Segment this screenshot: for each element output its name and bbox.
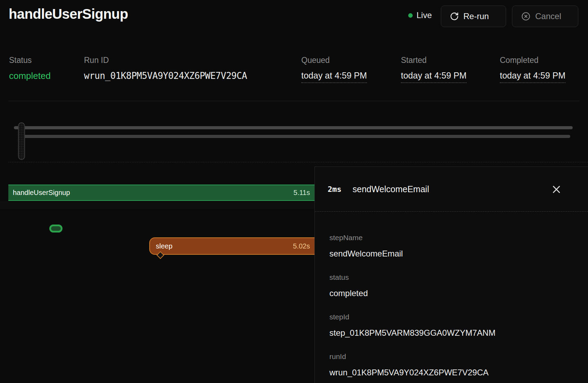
started-label: Started <box>401 56 427 65</box>
gantt-top-border <box>8 162 588 162</box>
field-label: stepId <box>329 312 576 322</box>
field-status: status completed <box>329 272 576 299</box>
started-timestamp: today at 4:59 PM <box>401 71 467 83</box>
refresh-icon <box>450 12 459 21</box>
field-value: step_01K8PM5VARM839GGA0WZYM7ANM <box>329 327 576 339</box>
timeline-scrubber-handle[interactable] <box>18 122 25 160</box>
field-run-id: runId wrun_01K8PM5VA9Y024XZ6PWE7V29CA <box>329 351 576 378</box>
status-badge: completed <box>9 71 51 81</box>
status-label: Status <box>9 56 32 65</box>
panel-close-button[interactable] <box>550 183 563 196</box>
minimap-span-sleep[interactable] <box>20 135 570 138</box>
gantt-step-pill-send-welcome-email[interactable] <box>49 225 62 233</box>
live-indicator: Live <box>408 10 432 20</box>
cancel-button[interactable]: Cancel <box>512 6 578 27</box>
field-label: runId <box>329 351 576 362</box>
cancel-button-label: Cancel <box>535 11 561 21</box>
step-detail-title: sendWelcomeEmail <box>353 184 429 194</box>
field-label: stepName <box>329 233 576 243</box>
rerun-button[interactable]: Re-run <box>441 6 506 27</box>
step-detail-panel: 2ms sendWelcomeEmail stepName sendWelcom… <box>314 166 588 383</box>
minimap-span-workflow[interactable] <box>14 126 573 129</box>
field-value: completed <box>329 287 576 299</box>
step-duration-badge: 2ms <box>328 185 342 194</box>
completed-label: Completed <box>500 56 538 65</box>
queued-timestamp: today at 4:59 PM <box>301 71 367 83</box>
cancel-circle-x-icon <box>521 11 531 21</box>
step-detail-header: 2ms sendWelcomeEmail <box>315 167 588 211</box>
gantt-bar-workflow-duration: 5.11s <box>294 189 310 197</box>
run-id-label: Run ID <box>84 56 109 65</box>
live-label: Live <box>417 10 432 20</box>
gantt-bar-sleep[interactable]: sleep 5.02s <box>149 237 314 255</box>
live-dot-icon <box>408 13 413 18</box>
panel-header-divider <box>315 211 588 212</box>
rerun-button-label: Re-run <box>463 11 489 21</box>
run-id-value: wrun_01K8PM5VA9Y024XZ6PWE7V29CA <box>84 71 247 81</box>
field-value: wrun_01K8PM5VA9Y024XZ6PWE7V29CA <box>329 367 576 378</box>
workflow-run-page: handleUserSignup Live Re-run Cancel Stat… <box>0 0 588 383</box>
close-icon <box>551 184 562 195</box>
gantt-bar-sleep-label: sleep <box>156 242 173 250</box>
step-detail-fields: stepName sendWelcomeEmail status complet… <box>329 233 576 383</box>
gantt-bar-sleep-duration: 5.02s <box>293 242 310 250</box>
header-divider <box>8 101 580 101</box>
queued-label: Queued <box>301 56 330 65</box>
field-label: status <box>329 272 576 283</box>
gantt-bar-workflow[interactable]: handleUserSignup 5.11s <box>8 185 314 201</box>
field-step-id: stepId step_01K8PM5VARM839GGA0WZYM7ANM <box>329 312 576 339</box>
completed-timestamp: today at 4:59 PM <box>500 71 565 83</box>
page-title: handleUserSignup <box>9 6 128 22</box>
gantt-bar-workflow-label: handleUserSignup <box>13 189 70 197</box>
field-step-name: stepName sendWelcomeEmail <box>329 233 576 260</box>
gantt-row-highlight <box>0 201 314 209</box>
field-value: sendWelcomeEmail <box>329 248 576 260</box>
